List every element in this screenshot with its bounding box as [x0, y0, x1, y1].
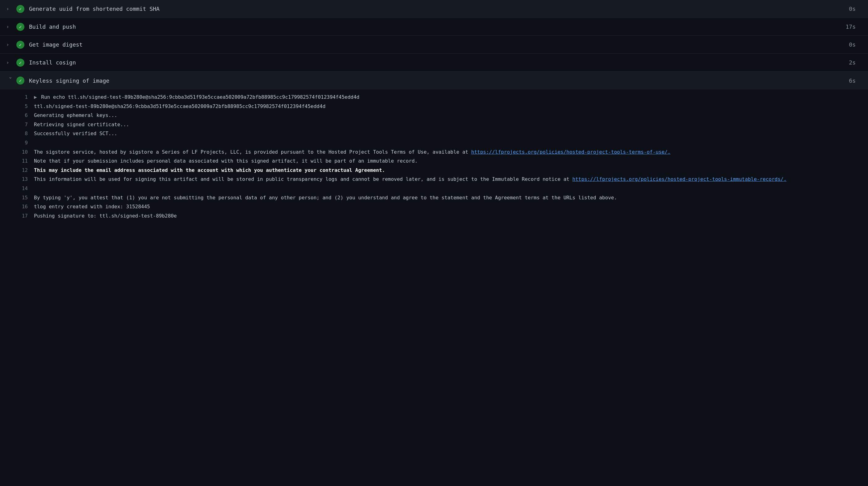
step-get-image-digest[interactable]: › ✓ Get image digest 0s [0, 36, 868, 54]
log-line-12: 12 This may include the email address as… [0, 166, 868, 175]
log-content-10: The sigstore service, hosted by sigstore… [34, 148, 862, 156]
log-content-7: Retrieving signed certificate... [34, 121, 862, 129]
log-line-8: 8 Successfully verified SCT... [0, 129, 868, 138]
log-content-13: This information will be used for signin… [34, 175, 862, 183]
line-number-14: 14 [19, 185, 34, 193]
step-build-push[interactable]: › ✓ Build and push 17s [0, 18, 868, 36]
check-icon: ✓ [17, 5, 24, 13]
log-line-16: 16 tlog entry created with index: 315284… [0, 202, 868, 212]
chevron-down-icon: › [8, 76, 13, 85]
line-number-10: 10 [19, 148, 34, 156]
line-number-6: 6 [19, 111, 34, 120]
log-content-17: Pushing signature to: ttl.sh/signed-test… [34, 212, 862, 220]
log-content-8: Successfully verified SCT... [34, 130, 862, 138]
step-label-build-push: Build and push [26, 24, 845, 30]
step-duration-get-image-digest: 0s [849, 41, 862, 48]
line-number-13: 13 [19, 175, 34, 183]
chevron-right-icon: › [6, 42, 15, 47]
step-duration-generate-uuid: 0s [849, 5, 862, 12]
lf-projects-terms-link[interactable]: https://lfprojects.org/policies/hosted-p… [471, 149, 671, 155]
step-label-get-image-digest: Get image digest [26, 41, 849, 48]
check-icon: ✓ [17, 23, 24, 31]
log-line-6: 6 Generating ephemeral keys... [0, 111, 868, 120]
log-content-14 [34, 185, 862, 193]
log-line-1: 1 ▶ Run echo ttl.sh/signed-test-89b280e@… [0, 93, 868, 102]
step-label-keyless-signing: Keyless signing of image [26, 77, 849, 84]
log-line-15: 15 By typing 'y', you attest that (1) yo… [0, 193, 868, 202]
status-icon-build-push: ✓ [15, 23, 26, 31]
log-content-1: ▶ Run echo ttl.sh/signed-test-89b280e@sh… [34, 93, 862, 101]
line-number-11: 11 [19, 157, 34, 165]
line-number-12: 12 [19, 166, 34, 174]
ci-steps-list: › ✓ Generate uuid from shortened commit … [0, 0, 868, 223]
log-content-9 [34, 139, 862, 147]
line-number-17: 17 [19, 212, 34, 220]
step-label-install-cosign: Install cosign [26, 59, 849, 66]
log-line-14: 14 [0, 184, 868, 193]
log-output-area: 1 ▶ Run echo ttl.sh/signed-test-89b280e@… [0, 90, 868, 223]
log-content-16: tlog entry created with index: 31528445 [34, 203, 862, 211]
log-line-5: 5 ttl.sh/signed-test-89b280e@sha256:9cbb… [0, 102, 868, 111]
log-content-5: ttl.sh/signed-test-89b280e@sha256:9cbba3… [34, 102, 862, 110]
step-duration-build-push: 17s [845, 24, 862, 30]
line-number-15: 15 [19, 194, 34, 202]
log-content-11: Note that if your submission includes pe… [34, 157, 862, 165]
chevron-right-icon: › [6, 24, 15, 30]
line-number-7: 7 [19, 121, 34, 129]
line-number-5: 5 [19, 102, 34, 110]
log-line-17: 17 Pushing signature to: ttl.sh/signed-t… [0, 212, 868, 221]
log-content-12: This may include the email address assoc… [34, 166, 862, 174]
status-icon-keyless-signing: ✓ [15, 76, 26, 85]
run-triangle-icon: ▶ [34, 94, 37, 100]
status-icon-install-cosign: ✓ [15, 59, 26, 67]
step-duration-keyless-signing: 6s [849, 77, 862, 84]
log-content-15: By typing 'y', you attest that (1) you a… [34, 194, 862, 202]
step-install-cosign[interactable]: › ✓ Install cosign 2s [0, 54, 868, 72]
log-content-6: Generating ephemeral keys... [34, 111, 862, 120]
line-number-16: 16 [19, 203, 34, 211]
step-generate-uuid[interactable]: › ✓ Generate uuid from shortened commit … [0, 0, 868, 18]
line-number-1: 1 [19, 93, 34, 101]
log-line-9: 9 [0, 138, 868, 148]
chevron-right-icon: › [6, 6, 15, 12]
line-number-9: 9 [19, 139, 34, 147]
step-label-generate-uuid: Generate uuid from shortened commit SHA [26, 5, 849, 12]
check-icon: ✓ [17, 59, 24, 67]
log-line-13: 13 This information will be used for sig… [0, 175, 868, 184]
check-icon: ✓ [17, 76, 24, 85]
step-keyless-signing[interactable]: › ✓ Keyless signing of image 6s [0, 72, 868, 90]
step-duration-install-cosign: 2s [849, 59, 862, 66]
log-line-11: 11 Note that if your submission includes… [0, 157, 868, 166]
check-icon: ✓ [17, 41, 24, 49]
status-icon-generate-uuid: ✓ [15, 5, 26, 13]
line-number-8: 8 [19, 130, 34, 138]
lf-projects-immutable-records-link[interactable]: https://lfprojects.org/policies/hosted-p… [572, 176, 787, 182]
log-line-10: 10 The sigstore service, hosted by sigst… [0, 148, 868, 157]
status-icon-get-image-digest: ✓ [15, 41, 26, 49]
log-line-7: 7 Retrieving signed certificate... [0, 120, 868, 129]
chevron-right-icon: › [6, 60, 15, 65]
